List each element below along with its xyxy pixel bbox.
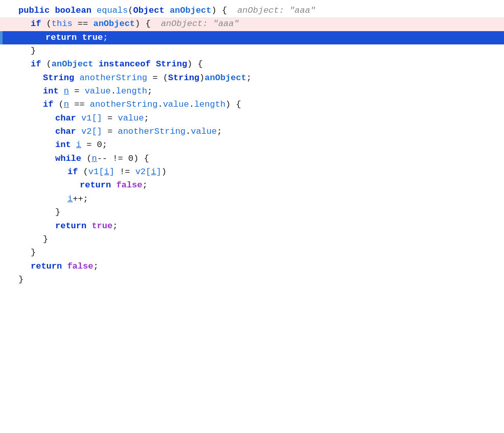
var-n: n [64, 85, 69, 98]
anobject-ref3: anObject [204, 71, 246, 85]
keyword-if-3: if [43, 98, 53, 111]
semicolon-4: ; [144, 112, 149, 125]
field-value-3: value [118, 112, 144, 125]
field-value-4: value [191, 125, 217, 138]
code-line-12: while ( n -- != 0) { [0, 152, 504, 165]
var-i-ref3: i [67, 193, 73, 206]
code-text-16: } [0, 206, 504, 219]
code-line-20: return false ; [0, 260, 504, 273]
brace-close-final: } [18, 273, 24, 286]
keyword-if-4: if [67, 165, 78, 179]
plain-space12 [86, 220, 91, 233]
plain-space4 [93, 58, 98, 71]
plain-space [50, 4, 55, 17]
plain-eq3: = [102, 112, 118, 125]
code-line-9: char v1[] = value ; [0, 112, 504, 125]
keyword-false-2: false [67, 260, 93, 273]
plain-p6: ) [162, 165, 167, 179]
code-text-21: } [0, 273, 504, 286]
plain-p1: ( [41, 17, 51, 31]
keyword-public: public [18, 4, 50, 17]
plain-increment: ++; [73, 193, 88, 206]
semicolon-7: ; [112, 220, 118, 233]
type-string-2: String [43, 71, 74, 85]
code-text-8: if ( n == anotherString . value . length… [0, 98, 504, 111]
plain-eq5: = 0; [81, 138, 107, 152]
plain-brace3: ) { [225, 98, 241, 111]
bracket-close-1: ] [109, 165, 114, 179]
code-text-17: return true ; [0, 220, 504, 233]
code-line-19: } [0, 246, 504, 259]
plain-p5: ( [78, 165, 88, 179]
keyword-int-1: int [43, 85, 59, 98]
code-text-14: return false ; [0, 179, 504, 192]
plain-p4: ( [81, 152, 91, 165]
code-line-1: public boolean equals ( Object anObject … [0, 4, 504, 17]
type-string-1: String [156, 58, 187, 71]
plain-space2 [165, 4, 170, 17]
plain-space11 [111, 179, 116, 192]
hint-1: anObject: "aaa" [237, 4, 315, 17]
type-object: Object [133, 4, 164, 17]
keyword-return-2: return [80, 179, 111, 192]
code-text-7: int n = value . length ; [0, 85, 504, 98]
var-i: i [76, 138, 81, 152]
code-line-10: char v2[] = anotherString . value ; [0, 125, 504, 138]
semicolon-1: ; [103, 31, 108, 44]
keyword-boolean: boolean [55, 4, 91, 17]
plain-brace1: ) { [135, 17, 151, 31]
plain-dot1: . [111, 85, 116, 98]
anobject-ref2: anObject [52, 58, 94, 71]
code-text-12: while ( n -- != 0) { [0, 152, 504, 165]
semicolon-8: ; [93, 260, 98, 273]
plain-eq1: = ( [147, 71, 168, 85]
plain-space9 [76, 125, 81, 138]
plain-dot4: . [186, 125, 191, 138]
code-line-16: } [0, 206, 504, 219]
keyword-false-1: false [116, 179, 142, 192]
plain-space5 [151, 58, 156, 71]
code-text-5: if ( anObject instanceof String ) { [0, 58, 504, 71]
plain-eq2: = [69, 85, 85, 98]
code-text-4: } [0, 44, 504, 58]
code-editor: public boolean equals ( Object anObject … [0, 0, 504, 433]
code-text-6: String anotherString = ( String ) anObje… [0, 71, 504, 85]
this-keyword: this [52, 17, 73, 31]
keyword-true-1: true [82, 31, 103, 44]
plain-op2: == [69, 98, 90, 111]
var-v2-ref: v2[ [135, 165, 151, 179]
brace-close-2: } [55, 206, 60, 219]
plain-eq4: = [102, 125, 118, 138]
param-anobject: anObject [170, 4, 212, 17]
plain-cast: ) [199, 71, 204, 85]
code-line-4: } [0, 44, 504, 58]
plain-dot3: . [189, 98, 194, 111]
code-line-6: String anotherString = ( String ) anObje… [0, 71, 504, 85]
plain-op1: == [73, 17, 94, 31]
plain-dot2: . [157, 98, 163, 111]
semicolon-6: ; [142, 179, 147, 192]
semicolon-5: ; [217, 125, 222, 138]
plain-space13 [62, 260, 67, 273]
keyword-char-1: char [55, 112, 76, 125]
hint-2: anObject: "aaa" [161, 17, 239, 31]
code-text-11: int i = 0; [0, 138, 504, 152]
plain-space3 [77, 31, 82, 44]
var-v2: v2[] [81, 125, 102, 138]
method-name: equals [97, 4, 128, 17]
code-text-3: return true ; [3, 31, 504, 44]
plain-p2: ( [41, 58, 51, 71]
plain-space8 [76, 112, 81, 125]
brace-close-4: } [31, 246, 36, 259]
code-line-17: return true ; [0, 220, 504, 233]
var-n-ref1: n [64, 98, 69, 111]
var-i-ref1: i [104, 165, 109, 179]
plain-text [91, 4, 97, 17]
keyword-int-2: int [55, 138, 71, 152]
code-text-19: } [0, 246, 504, 259]
brace-close-1: } [31, 44, 36, 58]
keyword-return-1: return [45, 31, 77, 44]
code-line-11: int i = 0; [0, 138, 504, 152]
var-i-ref2: i [151, 165, 156, 179]
code-text-15: i ++; [0, 193, 504, 206]
